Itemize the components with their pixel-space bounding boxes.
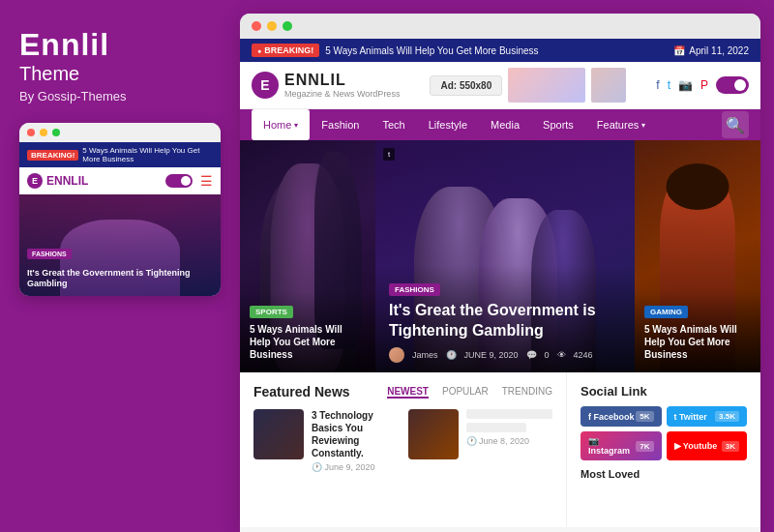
ad-placeholder (508, 68, 585, 103)
twitter-link-btn[interactable]: t Twitter 3.5K (667, 406, 748, 427)
article-info-1: 3 Technology Basics You Reviewing Consta… (312, 409, 399, 472)
site-header: E ENNLIL Megazine & News WordPress Ad: 5… (240, 62, 760, 109)
article-title-1: 3 Technology Basics You Reviewing Consta… (312, 409, 399, 459)
instagram-link-btn[interactable]: 📷 Instagram 7K (580, 431, 662, 460)
mini-hamburger-icon[interactable]: ☰ (200, 173, 213, 189)
mini-logo-icon: E (27, 173, 43, 189)
nav-home-label: Home (263, 119, 291, 131)
nav-item-features[interactable]: Features ▾ (585, 109, 657, 140)
tab-newest[interactable]: NEWEST (387, 386, 429, 399)
breaking-text: 5 Ways Animals Will Help You Get More Bu… (325, 45, 538, 56)
breaking-left: BREAKING! 5 Ways Animals Will Help You G… (252, 44, 539, 57)
logo-text: ENNLIL (284, 72, 400, 89)
social-link-section: Social Link f Facebook 5K t Twitter 3.5K… (567, 372, 760, 527)
hero-title-3: 5 Ways Animals Will Help You Get More Bu… (644, 323, 751, 361)
browser-chrome (240, 14, 760, 39)
instagram-social-icon[interactable]: 📷 (678, 78, 693, 92)
article-card-1: 3 Technology Basics You Reviewing Consta… (253, 409, 399, 472)
featured-tabs: NEWEST POPULAR TRENDING (387, 386, 552, 399)
hero-title-1: 5 Ways Animals Will Help You Get More Bu… (250, 323, 366, 361)
views-count: 4246 (574, 350, 593, 360)
article-date-1: 🕐 June 9, 2020 (312, 462, 399, 472)
tab-popular[interactable]: POPULAR (442, 386, 489, 399)
article-title-2b (466, 423, 527, 432)
nav-features-chevron: ▾ (641, 121, 645, 130)
header-theme-toggle[interactable] (716, 76, 749, 94)
ad-placeholder-2 (591, 68, 626, 103)
theme-subtitle: Theme (19, 63, 221, 85)
header-social: f t 📷 P (656, 76, 749, 94)
search-icon: 🔍 (726, 116, 745, 134)
hero-grid: SPORTS 5 Ways Animals Will Help You Get … (240, 140, 760, 372)
site-logo: E ENNLIL Megazine & News WordPress (252, 72, 400, 99)
hero-overlay-2: FASHIONS It's Great the Government is Ti… (375, 265, 635, 372)
youtube-link-btn[interactable]: ▶ Youtube 3K (667, 431, 748, 460)
breaking-news-bar: BREAKING! 5 Ways Animals Will Help You G… (240, 39, 760, 62)
logo-sub: Megazine & News WordPress (284, 89, 400, 99)
nav-item-fashion[interactable]: Fashion (310, 109, 371, 140)
theme-title: Ennlil (19, 27, 221, 63)
facebook-social-icon[interactable]: f (656, 78, 659, 92)
mini-nav: E ENNLIL ☰ (19, 167, 221, 194)
nav-items: Home ▾ Fashion Tech Lifestyle Media Spor… (252, 109, 657, 140)
search-button[interactable]: 🔍 (722, 111, 749, 138)
logo-text-group: ENNLIL Megazine & News WordPress (284, 72, 400, 99)
tiktok-badge: t (383, 148, 395, 161)
facebook-link-btn[interactable]: f Facebook 5K (580, 406, 662, 427)
nav-item-home[interactable]: Home ▾ (252, 109, 310, 140)
main-navigation: Home ▾ Fashion Tech Lifestyle Media Spor… (240, 109, 760, 140)
mini-close-dot (27, 129, 35, 136)
facebook-count: 5K (636, 411, 653, 422)
nav-media-label: Media (491, 119, 520, 131)
hero-col-3: GAMING 5 Ways Animals Will Help You Get … (635, 140, 760, 372)
nav-home-chevron: ▾ (294, 121, 298, 130)
breaking-badge: BREAKING! (252, 44, 319, 57)
youtube-label: ▶ Youtube (674, 441, 718, 451)
article-info-2: 🕐 June 8, 2020 (466, 409, 553, 472)
nav-item-media[interactable]: Media (479, 109, 531, 140)
ad-image (508, 68, 585, 103)
instagram-count: 7K (636, 441, 653, 452)
mini-maximize-dot (52, 129, 60, 136)
tab-trending[interactable]: TRENDING (502, 386, 552, 399)
featured-header: Featured News NEWEST POPULAR TRENDING (253, 384, 552, 399)
most-loved-title: Most Loved (580, 468, 747, 480)
left-panel: Ennlil Theme By Gossip-Themes BREAKING! … (0, 0, 240, 532)
nav-lifestyle-label: Lifestyle (429, 119, 467, 131)
ad-banner: Ad: 550x80 (430, 68, 626, 103)
nav-tech-label: Tech (382, 119, 404, 131)
featured-section: Featured News NEWEST POPULAR TRENDING (240, 372, 567, 527)
browser-window: BREAKING! 5 Ways Animals Will Help You G… (240, 14, 760, 532)
header-ad: Ad: 550x80 (430, 75, 502, 96)
comments-count: 0 (545, 350, 550, 360)
pinterest-social-icon[interactable]: P (700, 78, 708, 92)
mini-logo-text: ENNLIL (46, 174, 88, 188)
nav-item-lifestyle[interactable]: Lifestyle (417, 109, 479, 140)
hero-meta-2: James 🕐 JUNE 9, 2020 💬 0 👁 4246 (389, 347, 621, 363)
hero-overlay-3: GAMING 5 Ways Animals Will Help You Get … (635, 291, 760, 372)
article-thumb-1 (253, 409, 304, 459)
date-display: 📅 April 11, 2022 (673, 45, 749, 56)
close-dot[interactable] (252, 21, 261, 31)
hero-col-2: t FASHIONS It's Great the Government is … (375, 140, 635, 372)
nav-fashion-label: Fashion (321, 119, 359, 131)
nav-item-sports[interactable]: Sports (531, 109, 585, 140)
maximize-dot[interactable] (283, 21, 292, 31)
author-name: James (412, 350, 438, 360)
hero-title-2: It's Great the Government is Tightening … (389, 301, 621, 341)
social-link-title: Social Link (580, 384, 747, 399)
nav-features-label: Features (597, 119, 639, 131)
twitter-social-icon[interactable]: t (668, 78, 670, 92)
minimize-dot[interactable] (267, 21, 277, 31)
mini-toggle[interactable] (165, 174, 193, 188)
article-date-2: 🕐 June 8, 2020 (466, 436, 553, 446)
nav-sports-label: Sports (543, 119, 574, 131)
mini-minimize-dot (40, 129, 47, 136)
twitter-label: t Twitter (674, 412, 707, 422)
sports-badge: SPORTS (250, 306, 293, 318)
mini-fashion-badge: FASHIONS (27, 249, 72, 259)
mini-browser-preview: BREAKING! 5 Ways Animals Will Help You G… (19, 123, 221, 296)
hero-overlay-1: SPORTS 5 Ways Animals Will Help You Get … (240, 291, 375, 372)
article-thumb-2 (408, 409, 459, 459)
nav-item-tech[interactable]: Tech (371, 109, 416, 140)
